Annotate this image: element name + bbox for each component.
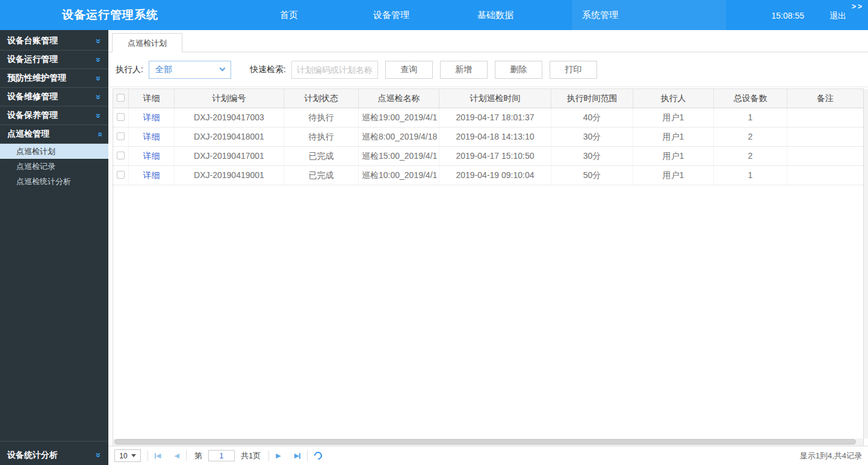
cell-time: 2019-04-19 09:10:04 bbox=[439, 166, 551, 185]
clock: 15:08:55 bbox=[772, 11, 805, 22]
cell-name: 巡检15:00_2019/4/1 bbox=[359, 147, 439, 165]
cell-range: 50分 bbox=[551, 166, 633, 185]
chevron-double-down-icon: » bbox=[94, 38, 103, 43]
executor-label: 执行人: bbox=[116, 64, 143, 75]
separator bbox=[307, 451, 308, 461]
nav-item-base-data[interactable]: 基础数据 bbox=[477, 0, 513, 30]
row-detail-cell: 详细 bbox=[129, 128, 175, 146]
sidebar-group-ledger[interactable]: 设备台账管理 » bbox=[0, 32, 108, 51]
record-summary: 显示1到4,共4记录 bbox=[800, 451, 862, 461]
chevron-double-down-icon: » bbox=[94, 94, 103, 99]
sidebar-group-statistics[interactable]: 设备统计分析 » bbox=[0, 441, 108, 465]
row-checkbox[interactable] bbox=[117, 152, 125, 159]
prev-page-button[interactable]: ◀ bbox=[174, 452, 179, 459]
last-page-button[interactable]: ▶ bbox=[294, 452, 300, 459]
col-detail: 详细 bbox=[129, 89, 175, 108]
sidebar-group-label: 点巡检管理 bbox=[7, 129, 49, 140]
table-row: 详细 DXJ-20190417003 待执行 巡检19:00_2019/4/1 … bbox=[113, 108, 863, 128]
cell-status: 待执行 bbox=[284, 108, 359, 127]
sidebar-group-label: 设备运行管理 bbox=[7, 54, 58, 65]
row-checkbox[interactable] bbox=[117, 113, 125, 121]
cell-range: 30分 bbox=[551, 128, 633, 146]
separator bbox=[268, 451, 269, 461]
sidebar-group-repair[interactable]: 设备维修管理 » bbox=[0, 88, 108, 106]
collapse-icon[interactable]: >> bbox=[852, 2, 864, 11]
sidebar-submenu: 点巡检计划 点巡检记录 点巡检统计分析 bbox=[0, 144, 108, 189]
next-page-button[interactable]: ▶ bbox=[276, 452, 281, 459]
sidebar-item-inspection-plan[interactable]: 点巡检计划 bbox=[0, 144, 108, 159]
print-button[interactable]: 打印 bbox=[550, 61, 597, 79]
sidebar-item-inspection-record[interactable]: 点巡检记录 bbox=[0, 159, 108, 174]
add-button[interactable]: 新增 bbox=[440, 61, 488, 79]
query-button[interactable]: 查询 bbox=[385, 61, 433, 79]
sidebar-item-inspection-analysis[interactable]: 点巡检统计分析 bbox=[0, 174, 108, 189]
cell-plan-no: DXJ-20190417003 bbox=[175, 108, 284, 127]
chevron-double-down-icon: » bbox=[94, 57, 103, 62]
chevron-double-down-icon: » bbox=[94, 113, 103, 118]
chevron-double-down-icon: » bbox=[94, 76, 103, 81]
sidebar-group-maintenance[interactable]: 设备保养管理 » bbox=[0, 106, 108, 125]
cell-time: 2019-04-17 18:01:37 bbox=[439, 108, 551, 127]
select-all-checkbox[interactable] bbox=[117, 94, 125, 102]
chevron-down-icon bbox=[219, 66, 225, 72]
nav-item-equipment[interactable]: 设备管理 bbox=[373, 0, 409, 30]
col-remark: 备注 bbox=[787, 89, 863, 108]
detail-link[interactable]: 详细 bbox=[143, 151, 160, 161]
sidebar-group-operation[interactable]: 设备运行管理 » bbox=[0, 51, 108, 69]
search-input[interactable] bbox=[291, 61, 378, 79]
cell-remark bbox=[787, 128, 863, 146]
detail-link[interactable]: 详细 bbox=[143, 112, 160, 122]
search-label: 快速检索: bbox=[250, 64, 286, 75]
main-content: 点巡检计划 执行人: 全部 快速检索: 查询 新增 删除 打印 详细 计划编号 … bbox=[108, 30, 868, 465]
nav-item-home[interactable]: 首页 bbox=[280, 0, 298, 30]
cell-remark bbox=[787, 147, 863, 165]
page-size-value: 10 bbox=[119, 452, 127, 460]
refresh-icon[interactable] bbox=[312, 450, 323, 461]
executor-select[interactable]: 全部 bbox=[149, 61, 231, 79]
table-row: 详细 DXJ-20190418001 待执行 巡检8:00_2019/4/18 … bbox=[113, 128, 863, 147]
col-count: 总设备数 bbox=[714, 89, 787, 108]
detail-link[interactable]: 详细 bbox=[143, 132, 160, 141]
vertical-scrollbar[interactable] bbox=[864, 89, 868, 439]
cell-time: 2019-04-18 14:13:10 bbox=[439, 128, 551, 146]
separator bbox=[147, 451, 148, 461]
page-prefix-label: 第 bbox=[194, 451, 202, 461]
detail-link[interactable]: 详细 bbox=[143, 170, 160, 180]
cell-name: 巡检8:00_2019/4/18 bbox=[359, 128, 439, 146]
logout-button[interactable]: 退出 bbox=[829, 11, 846, 22]
cell-status: 已完成 bbox=[284, 147, 359, 165]
cell-executor: 用户1 bbox=[633, 166, 714, 185]
row-detail-cell: 详细 bbox=[129, 166, 175, 185]
first-page-button[interactable]: ◀ bbox=[155, 452, 161, 459]
row-checkbox-cell bbox=[113, 147, 129, 165]
nav-item-system[interactable]: 系统管理 bbox=[582, 0, 618, 30]
tab-inspection-plan[interactable]: 点巡检计划 bbox=[112, 33, 182, 52]
table-row: 详细 DXJ-20190419001 已完成 巡检10:00_2019/4/1 … bbox=[113, 166, 863, 185]
sidebar-group-label: 设备台账管理 bbox=[7, 35, 58, 46]
row-checkbox[interactable] bbox=[117, 132, 125, 140]
sidebar-group-label: 设备保养管理 bbox=[7, 110, 58, 121]
grid-filler bbox=[113, 185, 863, 439]
separator bbox=[186, 451, 187, 461]
cell-name: 巡检10:00_2019/4/1 bbox=[359, 166, 439, 185]
sidebar-group-label: 预防性维护管理 bbox=[7, 73, 66, 84]
sidebar-group-preventive[interactable]: 预防性维护管理 » bbox=[0, 69, 108, 88]
cell-remark bbox=[787, 108, 863, 127]
cell-status: 已完成 bbox=[284, 166, 359, 185]
app-title: 设备运行管理系统 bbox=[62, 0, 158, 30]
data-grid: 详细 计划编号 计划状态 点巡检名称 计划巡检时间 执行时间范围 执行人 总设备… bbox=[113, 88, 864, 446]
delete-button[interactable]: 删除 bbox=[495, 61, 542, 79]
cell-executor: 用户1 bbox=[633, 108, 714, 127]
page-size-select[interactable]: 10 bbox=[114, 449, 141, 462]
horizontal-scrollbar[interactable] bbox=[113, 439, 863, 446]
cell-executor: 用户1 bbox=[633, 147, 714, 165]
row-checkbox[interactable] bbox=[117, 171, 125, 179]
pagination-bar: 10 ◀ ◀ 第 共1页 ▶ ▶ 显示1到4,共4记录 bbox=[108, 446, 868, 465]
row-checkbox-cell bbox=[113, 108, 129, 127]
sidebar: 设备台账管理 » 设备运行管理 » 预防性维护管理 » 设备维修管理 » 设备保… bbox=[0, 30, 108, 465]
sidebar-group-label: 设备维修管理 bbox=[7, 91, 58, 102]
col-name: 点巡检名称 bbox=[359, 89, 439, 108]
sidebar-group-inspection[interactable]: 点巡检管理 » bbox=[0, 125, 108, 144]
scrollbar-thumb[interactable] bbox=[114, 439, 856, 445]
page-number-input[interactable] bbox=[208, 450, 235, 461]
